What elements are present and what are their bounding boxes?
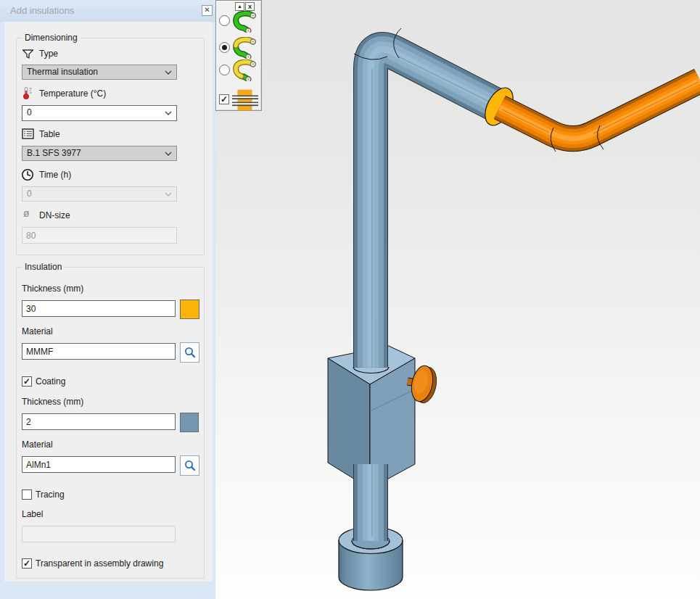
- insulation-symbol-icon: [232, 89, 258, 111]
- label-label: Label: [22, 509, 43, 519]
- table-icon: [22, 128, 34, 139]
- chevron-down-icon: [165, 111, 172, 115]
- chevron-down-icon: [165, 152, 172, 156]
- insulation-material-field[interactable]: [22, 343, 176, 360]
- radio-pipe-run-single[interactable]: [219, 65, 230, 75]
- type-select-value: Thermal insulation: [27, 67, 98, 77]
- insulation-thickness-field[interactable]: [22, 300, 176, 317]
- pipe-run-single-icon: [232, 59, 258, 81]
- toolbar-collapse-icon[interactable]: ▲: [235, 2, 244, 11]
- coating-color-swatch[interactable]: [180, 413, 199, 432]
- label-field[interactable]: [22, 526, 176, 542]
- type-select[interactable]: Thermal insulation: [22, 65, 177, 80]
- transparent-label: Transparent in assembly drawing: [36, 558, 163, 569]
- type-label: Type: [39, 49, 58, 59]
- table-select[interactable]: B.1 SFS 3977: [22, 146, 177, 161]
- toolbar-close-icon[interactable]: x: [245, 2, 255, 11]
- clock-icon: [21, 168, 34, 181]
- insulation-material-label: Material: [22, 326, 53, 336]
- insulation-thickness-label: Thickness (mm): [22, 284, 83, 294]
- coating-material-field[interactable]: [22, 456, 176, 473]
- radio-pipe-run-partial[interactable]: [219, 42, 230, 53]
- search-icon: [184, 460, 196, 471]
- coating-material-search-button[interactable]: [180, 455, 199, 476]
- radio-pipe-run-full[interactable]: [219, 15, 230, 26]
- pipe-run-partial-icon: [232, 37, 258, 59]
- insulation-material-search-button[interactable]: [180, 342, 199, 363]
- dn-size-label: DN-size: [39, 210, 70, 220]
- coating-thickness-label: Thickness (mm): [22, 397, 83, 407]
- filter-icon: [22, 48, 34, 59]
- insulation-color-swatch[interactable]: [180, 300, 199, 319]
- group-dimensioning-legend: Dimensioning: [22, 33, 81, 43]
- search-icon: [184, 347, 196, 358]
- transparent-checkbox[interactable]: [22, 558, 32, 569]
- temperature-label: Temperature (°C): [39, 88, 106, 99]
- diameter-icon: ø: [23, 208, 30, 218]
- time-select-value: 0: [27, 189, 32, 199]
- 3d-viewport[interactable]: [215, 0, 700, 599]
- close-icon[interactable]: ✕: [202, 5, 213, 16]
- temperature-select[interactable]: 0: [22, 105, 177, 121]
- dialog-body: Dimensioning Type Thermal insulation Tem…: [4, 22, 213, 582]
- coating-material-label: Material: [22, 439, 53, 450]
- dialog-add-insulations: Add insulations ✕ Dimensioning Type Ther…: [0, 0, 215, 599]
- chevron-down-icon: [165, 70, 172, 75]
- coating-checkbox[interactable]: [22, 376, 32, 387]
- dn-size-field[interactable]: [22, 227, 177, 244]
- pipe-run-full-icon: [232, 11, 258, 33]
- coating-label: Coating: [36, 376, 65, 387]
- coating-thickness-field[interactable]: [22, 413, 176, 430]
- table-label: Table: [39, 129, 60, 139]
- thermometer-icon: [20, 86, 34, 100]
- insulation-scope-toolbar: ▲ x: [215, 0, 262, 111]
- table-select-value: B.1 SFS 3977: [27, 148, 81, 158]
- chevron-down-icon: [165, 192, 172, 197]
- tracing-label: Tracing: [36, 489, 65, 500]
- show-insulation-checkbox[interactable]: [219, 94, 229, 104]
- dialog-title: Add insulations: [0, 0, 215, 22]
- temperature-select-value: 0: [27, 107, 32, 117]
- group-insulation-legend: Insulation: [22, 262, 65, 272]
- time-label: Time (h): [39, 170, 71, 180]
- time-select[interactable]: 0: [22, 186, 177, 202]
- tracing-checkbox[interactable]: [22, 489, 32, 500]
